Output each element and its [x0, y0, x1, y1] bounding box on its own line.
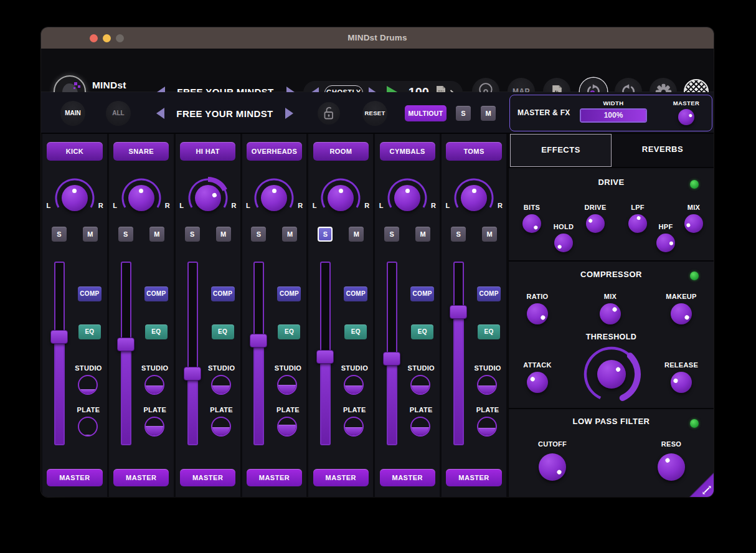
eq-button[interactable]: EQ	[278, 324, 300, 339]
solo-button[interactable]: S	[118, 227, 133, 242]
fader-cap[interactable]	[117, 338, 135, 351]
hpf-knob[interactable]	[656, 234, 675, 252]
comp-mix-knob[interactable]	[600, 303, 621, 324]
channel-master-route-button[interactable]: MASTER	[446, 469, 501, 486]
eq-button[interactable]: EQ	[212, 324, 234, 339]
fader-cap[interactable]	[250, 334, 267, 347]
channel-name-button[interactable]: HI HAT	[180, 142, 235, 161]
channel-name-button[interactable]: TOMS	[446, 142, 501, 161]
fader-cap[interactable]	[316, 350, 334, 364]
pan-knob[interactable]	[62, 185, 88, 211]
volume-fader[interactable]	[453, 262, 464, 445]
channel-master-route-button[interactable]: MASTER	[313, 469, 369, 486]
volume-fader[interactable]	[187, 262, 198, 445]
solo-button[interactable]: S	[384, 227, 399, 242]
mute-button[interactable]: M	[349, 227, 364, 242]
mute-button[interactable]: M	[282, 227, 297, 242]
studio-send-knob[interactable]	[211, 375, 231, 395]
eq-button[interactable]: EQ	[145, 324, 168, 339]
release-knob[interactable]	[671, 372, 692, 393]
channel-master-route-button[interactable]: MASTER	[247, 469, 302, 486]
tab-effects[interactable]: EFFECTS	[510, 134, 612, 167]
hold-knob[interactable]	[554, 234, 573, 252]
master-volume-knob[interactable]	[678, 109, 694, 125]
volume-fader[interactable]	[121, 262, 131, 445]
multiout-button[interactable]: MULTIOUT	[405, 105, 447, 121]
pan-knob[interactable]	[195, 185, 221, 211]
solo-button[interactable]: S	[251, 227, 266, 242]
comp-button[interactable]: COMP	[344, 286, 367, 301]
preset-name-2[interactable]: FREE YOUR MINDST	[169, 108, 281, 119]
channel-master-route-button[interactable]: MASTER	[380, 469, 435, 486]
makeup-knob[interactable]	[671, 303, 692, 324]
global-solo-button[interactable]: S	[456, 106, 471, 121]
channel-name-button[interactable]: KICK	[47, 142, 102, 161]
plate-send-knob[interactable]	[477, 417, 497, 437]
studio-send-knob[interactable]	[144, 375, 164, 395]
ratio-knob[interactable]	[527, 303, 548, 324]
comp-button[interactable]: COMP	[211, 286, 235, 301]
reset-button[interactable]: RESET	[362, 101, 387, 126]
comp-button[interactable]: COMP	[277, 286, 301, 301]
plate-send-knob[interactable]	[410, 417, 430, 437]
mix-knob[interactable]	[684, 214, 703, 233]
fader-cap[interactable]	[383, 352, 400, 366]
mute-button[interactable]: M	[482, 227, 497, 242]
fader-cap[interactable]	[450, 305, 467, 319]
studio-send-knob[interactable]	[477, 375, 497, 395]
pan-knob[interactable]	[461, 185, 487, 211]
lpf-power-led[interactable]	[690, 419, 699, 428]
comp-button[interactable]: COMP	[410, 286, 434, 301]
plate-send-knob[interactable]	[277, 417, 297, 437]
plate-send-knob[interactable]	[344, 417, 364, 437]
volume-fader[interactable]	[387, 262, 397, 445]
solo-button[interactable]: S	[185, 227, 200, 242]
lpf-knob[interactable]	[628, 214, 647, 233]
main-view-button[interactable]: MAIN	[60, 101, 85, 126]
studio-send-knob[interactable]	[410, 375, 430, 395]
resize-handle[interactable]	[689, 472, 714, 497]
lock-icon[interactable]	[318, 102, 340, 125]
preset-next-button-2[interactable]	[285, 108, 293, 119]
eq-button[interactable]: EQ	[78, 324, 101, 339]
solo-button[interactable]: S	[318, 227, 333, 242]
attack-knob[interactable]	[527, 372, 548, 393]
channel-master-route-button[interactable]: MASTER	[180, 469, 235, 486]
solo-button[interactable]: S	[451, 227, 466, 242]
fader-cap[interactable]	[50, 330, 68, 344]
titlebar[interactable]: MINDst Drums	[41, 27, 714, 49]
studio-send-knob[interactable]	[277, 375, 297, 395]
eq-button[interactable]: EQ	[478, 324, 500, 339]
comp-button[interactable]: COMP	[78, 286, 102, 301]
mute-button[interactable]: M	[415, 227, 430, 242]
cutoff-knob[interactable]	[539, 453, 566, 481]
volume-fader[interactable]	[253, 262, 264, 445]
channel-name-button[interactable]: CYMBALS	[380, 142, 435, 161]
comp-button[interactable]: COMP	[477, 286, 501, 301]
channel-name-button[interactable]: OVERHEADS	[247, 142, 302, 161]
plate-send-knob[interactable]	[211, 417, 231, 437]
width-slider[interactable]: 100%	[580, 108, 647, 123]
preset-prev-button-2[interactable]	[156, 108, 164, 119]
eq-button[interactable]: EQ	[344, 324, 367, 339]
eq-button[interactable]: EQ	[411, 324, 433, 339]
global-mute-button[interactable]: M	[481, 106, 496, 121]
channel-name-button[interactable]: ROOM	[313, 142, 369, 161]
threshold-knob[interactable]	[597, 360, 626, 389]
drive-power-led[interactable]	[690, 180, 699, 189]
tab-reverbs[interactable]: REVERBS	[612, 134, 714, 167]
drive-knob[interactable]	[586, 214, 605, 233]
pan-knob[interactable]	[128, 185, 154, 211]
mute-button[interactable]: M	[149, 227, 164, 242]
all-view-button[interactable]: ALL	[106, 101, 131, 126]
channel-master-route-button[interactable]: MASTER	[113, 469, 169, 486]
studio-send-knob[interactable]	[78, 375, 98, 395]
volume-fader[interactable]	[54, 262, 65, 445]
volume-fader[interactable]	[320, 262, 331, 445]
comp-button[interactable]: COMP	[144, 286, 168, 301]
mute-button[interactable]: M	[83, 227, 98, 242]
solo-button[interactable]: S	[52, 227, 67, 242]
reso-knob[interactable]	[658, 453, 685, 481]
plate-send-knob[interactable]	[144, 417, 164, 437]
plate-send-knob[interactable]	[78, 417, 98, 437]
